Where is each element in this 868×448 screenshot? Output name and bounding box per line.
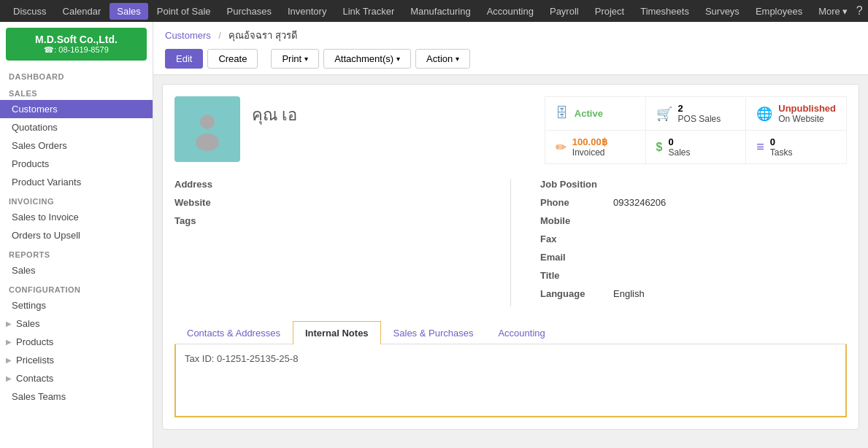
field-website: Website: [174, 197, 481, 208]
print-button[interactable]: Print ▾: [271, 49, 319, 69]
stat-invoiced-label: Invoiced: [572, 147, 607, 158]
sidebar-item-config-products[interactable]: ▶ Products: [0, 333, 153, 351]
section-label-configuration: Configuration: [0, 279, 153, 296]
nav-item-project[interactable]: Project: [588, 3, 631, 20]
field-mobile: Mobile: [540, 215, 847, 226]
tab-internal-notes[interactable]: Internal Notes: [293, 321, 381, 344]
edit-button[interactable]: Edit: [165, 49, 203, 69]
sidebar-item-reports-sales[interactable]: Sales: [0, 261, 153, 279]
nav-item-employees[interactable]: Employees: [748, 3, 810, 20]
nav-item-more[interactable]: More ▾: [811, 3, 855, 20]
right-fields: Job Position Phone 0933246206 Mobile Fax: [540, 179, 847, 306]
create-button[interactable]: Create: [207, 49, 258, 69]
nav-item-pos[interactable]: Point of Sale: [150, 3, 218, 20]
field-address: Address: [174, 179, 481, 190]
stat-tasks-label: Tasks: [770, 147, 793, 158]
nav-item-discuss[interactable]: Discuss: [6, 3, 54, 20]
phone-value: 0933246206: [613, 197, 666, 208]
stat-sales[interactable]: $ 0 Sales: [646, 131, 746, 163]
section-label-sales: Sales: [0, 83, 153, 100]
stat-sales-label: Sales: [668, 147, 690, 158]
field-job-position: Job Position: [540, 179, 847, 190]
breadcrumb: Customers / คุณอ้จฉรา สุวรดี: [165, 28, 856, 43]
nav-right-icons: ? 💬: [856, 4, 868, 18]
top-navigation: Discuss Calendar Sales Point of Sale Pur…: [0, 0, 868, 22]
chevron-right-icon: ▶: [6, 320, 12, 328]
nav-item-accounting[interactable]: Accounting: [480, 3, 541, 20]
nav-item-sales[interactable]: Sales: [110, 3, 148, 20]
sidebar-item-sales-to-invoice[interactable]: Sales to Invoice: [0, 208, 153, 226]
stat-pos-label: POS Sales: [678, 114, 721, 124]
nav-item-surveys[interactable]: Surveys: [698, 3, 747, 20]
stat-pos-sales[interactable]: 🛒 2 POS Sales: [646, 97, 746, 130]
action-button[interactable]: Action ▾: [415, 49, 470, 69]
main-content: Customers / คุณอ้จฉรา สุวรดี Edit Create…: [153, 22, 868, 448]
sidebar-item-products[interactable]: Products: [0, 155, 153, 173]
sidebar-item-quotations[interactable]: Quotations: [0, 118, 153, 136]
active-icon: 🗄: [556, 106, 569, 121]
avatar-image: [185, 107, 229, 151]
stat-invoiced[interactable]: ✏ 100.00฿ Invoiced: [545, 131, 645, 163]
stat-active[interactable]: 🗄 Active: [545, 97, 645, 130]
sidebar-item-sales-teams[interactable]: Sales Teams: [0, 387, 153, 406]
sidebar-item-sales-orders[interactable]: Sales Orders: [0, 136, 153, 155]
chevron-down-icon: ▾: [456, 55, 459, 63]
sidebar-item-customers[interactable]: Customers: [0, 100, 153, 118]
field-email: Email: [540, 252, 847, 263]
field-language: Language English: [540, 288, 847, 299]
main-layout: M.D.Soft Co.,Ltd. ☎: 08-1619-8579 Dashbo…: [0, 22, 868, 448]
nav-item-calendar[interactable]: Calendar: [55, 3, 109, 20]
company-phone: ☎: 08-1619-8579: [12, 45, 141, 55]
tab-accounting[interactable]: Accounting: [485, 321, 557, 344]
invoice-icon: ✏: [556, 139, 566, 155]
sidebar: M.D.Soft Co.,Ltd. ☎: 08-1619-8579 Dashbo…: [0, 22, 153, 448]
field-fax: Fax: [540, 233, 847, 244]
chevron-down-icon: ▾: [304, 55, 308, 63]
chevron-right-icon: ▶: [6, 356, 12, 364]
tasks-icon: ≡: [756, 139, 764, 155]
stat-pos-value: 2: [678, 103, 721, 114]
nav-item-manufacturing[interactable]: Manufacturing: [403, 3, 477, 20]
tabs-bar: Contacts & Addresses Internal Notes Sale…: [174, 321, 847, 344]
toolbar: Edit Create Print ▾ Attachment(s) ▾ Acti…: [165, 49, 856, 69]
field-title: Title: [540, 270, 847, 281]
breadcrumb-current: คุณอ้จฉรา สุวรดี: [228, 30, 297, 41]
fields-divider: [510, 179, 511, 306]
chevron-right-icon: ▶: [6, 374, 12, 382]
chevron-right-icon: ▶: [6, 338, 12, 346]
nav-item-payroll[interactable]: Payroll: [542, 3, 586, 20]
customer-name-area: คุณ เอ: [252, 96, 533, 164]
stat-active-value: Active: [575, 108, 603, 119]
chevron-down-icon: ▾: [396, 55, 400, 63]
nav-item-inventory[interactable]: Inventory: [280, 3, 334, 20]
stat-website-value: Unpublished: [778, 103, 836, 114]
sidebar-item-config-contacts[interactable]: ▶ Contacts: [0, 369, 153, 387]
customer-card: คุณ เอ 🗄 Active 🛒 2 POS Sales: [162, 84, 859, 430]
sidebar-item-config-pricelists[interactable]: ▶ Pricelists: [0, 351, 153, 369]
nav-item-linktracker[interactable]: Link Tracker: [335, 3, 402, 20]
breadcrumb-parent[interactable]: Customers: [165, 30, 211, 41]
nav-item-purchases[interactable]: Purchases: [220, 3, 279, 20]
tab-sales-purchases[interactable]: Sales & Purchases: [381, 321, 486, 344]
nav-item-timesheets[interactable]: Timesheets: [633, 3, 696, 20]
stats-area: 🗄 Active 🛒 2 POS Sales 🌐: [545, 96, 847, 164]
tab-contacts-addresses[interactable]: Contacts & Addresses: [174, 321, 293, 344]
sidebar-item-config-sales[interactable]: ▶ Sales: [0, 314, 153, 333]
stat-website[interactable]: 🌐 Unpublished On Website: [746, 97, 846, 130]
stat-tasks[interactable]: ≡ 0 Tasks: [746, 131, 846, 163]
sidebar-item-settings[interactable]: Settings: [0, 296, 153, 314]
sidebar-item-product-variants[interactable]: Product Variants: [0, 173, 153, 191]
attachments-button[interactable]: Attachment(s) ▾: [323, 49, 411, 69]
field-phone: Phone 0933246206: [540, 197, 847, 208]
sidebar-item-orders-to-upsell[interactable]: Orders to Upsell: [0, 226, 153, 244]
tax-id: Tax ID: 0-1251-25135-25-8: [185, 353, 837, 364]
stat-website-label: On Website: [778, 114, 836, 124]
chevron-down-icon: ▾: [842, 6, 848, 17]
avatar-area: [174, 96, 240, 164]
help-icon[interactable]: ?: [856, 4, 863, 18]
company-logo[interactable]: M.D.Soft Co.,Ltd. ☎: 08-1619-8579: [6, 28, 147, 61]
svg-point-2: [196, 134, 219, 151]
section-label-reports: Reports: [0, 244, 153, 261]
sales-icon: $: [656, 141, 663, 154]
customer-name: คุณ เอ: [252, 96, 533, 128]
